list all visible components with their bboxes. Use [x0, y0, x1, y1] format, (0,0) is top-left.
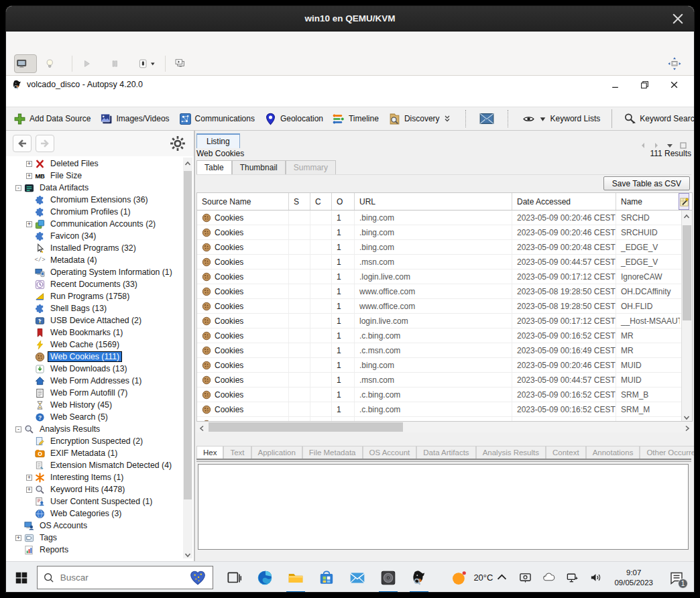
tree-item[interactable]: Web History (45) [11, 399, 183, 411]
tree-item[interactable]: Extension Mismatch Detected (4) [11, 459, 183, 471]
content-viewer-tab[interactable]: Hex [196, 446, 223, 459]
tree-item[interactable]: + Communication Accounts (2) [11, 218, 183, 230]
tree-scrollbar[interactable] [183, 158, 192, 558]
scroll-left-icon[interactable] [196, 422, 207, 432]
scroll-up-icon[interactable] [183, 158, 192, 167]
qemu-toolbar-button[interactable] [172, 54, 195, 73]
tree-item[interactable]: USB Device Attached (2) [11, 314, 183, 326]
forward-button[interactable] [36, 135, 54, 152]
fit-screen-icon[interactable] [663, 54, 686, 73]
tree-item[interactable]: Run Programs (1758) [11, 290, 183, 302]
taskbar-search[interactable] [37, 566, 214, 589]
tree-item[interactable]: </> Metadata (4) [11, 254, 183, 266]
scroll-right-icon[interactable] [682, 422, 693, 432]
table-row[interactable]: Cookies 1 .bing.com 2023-05-09 00:20:46 … [197, 211, 692, 225]
column-header[interactable]: Date Accessed [512, 193, 616, 210]
tab-list-icon[interactable] [666, 140, 674, 148]
tree-expander[interactable]: + [26, 173, 32, 179]
scrollbar-thumb[interactable] [184, 171, 192, 499]
view-subtab[interactable]: Summary [286, 160, 336, 174]
tree-item[interactable]: Chromium Extensions (36) [11, 194, 183, 206]
tree-expander[interactable]: + [26, 221, 32, 227]
onedrive-cloud-icon[interactable] [540, 569, 557, 587]
qemu-titlebar[interactable]: win10 en QEMU/KVM [6, 6, 694, 32]
scroll-down-icon[interactable] [682, 412, 691, 421]
tree-item[interactable]: + MB File Size [11, 170, 183, 182]
save-table-csv-button[interactable]: Save Table as CSV [603, 176, 690, 190]
network-icon[interactable] [563, 569, 581, 587]
tree-item[interactable]: + Interesting Items (1) [11, 471, 183, 483]
qemu-toolbar-button[interactable] [14, 54, 37, 73]
tree-item[interactable]: Web Cache (1569) [11, 339, 183, 351]
keyword-search-button[interactable]: Keyword Search [619, 110, 695, 128]
tree-item[interactable]: Encryption Suspected (2) [11, 435, 183, 447]
table-row[interactable]: Cookies 1 .bing.com 2023-05-09 00:20:46 … [197, 358, 692, 373]
column-header[interactable]: S [289, 193, 310, 210]
qemu-toolbar-button[interactable] [135, 54, 158, 73]
view-subtab[interactable]: Table [196, 160, 232, 174]
table-row[interactable]: Cookies 1 login.live.com 2023-05-09 00:1… [197, 314, 692, 328]
restore-button[interactable] [630, 76, 659, 93]
content-viewer-tab[interactable]: Other Occurrences [640, 446, 695, 459]
qemu-toolbar-button[interactable] [42, 54, 65, 73]
table-vertical-scrollbar[interactable] [681, 211, 692, 421]
table-settings-icon[interactable] [679, 193, 689, 210]
content-viewer-tab[interactable]: Application [251, 446, 302, 459]
table-row[interactable]: Cookies 1 [197, 417, 692, 422]
tray-expand-button[interactable] [493, 569, 510, 587]
tab-maximize-icon[interactable] [679, 140, 687, 148]
content-viewer-tab[interactable]: Context [546, 446, 586, 459]
table-row[interactable]: Cookies 1 .msn.com 2023-05-09 00:44:57 C… [197, 255, 692, 270]
tree-item[interactable]: User Content Suspected (1) [11, 495, 183, 507]
taskbar-app-button[interactable] [373, 562, 404, 593]
tree-item[interactable]: OS Accounts [11, 520, 183, 532]
splitter[interactable] [196, 459, 691, 463]
keyword-lists-button[interactable]: Keyword Lists [518, 110, 605, 128]
envelope-icon[interactable] [475, 110, 498, 127]
settings-button[interactable] [168, 135, 187, 152]
content-viewer-tab[interactable]: Text [223, 446, 251, 459]
tab-scroll-right-icon[interactable] [652, 140, 660, 148]
tree-item[interactable]: Web Downloads (13) [11, 363, 183, 375]
autopsy-toolbar-button[interactable]: Communications [174, 110, 259, 128]
tree-item[interactable]: Installed Programs (32) [11, 242, 183, 254]
tree-expander[interactable]: + [15, 535, 21, 541]
search-input[interactable] [60, 573, 184, 583]
table-row[interactable]: Cookies 1 .c.bing.com 2023-05-09 00:16:5… [197, 328, 692, 343]
tree-item[interactable]: Favicon (34) [11, 230, 183, 242]
tree-item[interactable]: Reports [11, 544, 183, 556]
table-row[interactable]: Cookies 1 .c.msn.com 2023-05-09 00:16:49… [197, 343, 692, 358]
view-subtab[interactable]: Thumbnail [232, 160, 286, 174]
tree-item[interactable]: - Data Artifacts [11, 182, 183, 194]
tree-item[interactable]: + Deleted Files [11, 158, 183, 170]
taskbar-app-button[interactable] [219, 562, 249, 593]
column-header[interactable]: C [310, 193, 332, 210]
scroll-up-icon[interactable] [682, 211, 691, 220]
autopsy-toolbar-button[interactable]: Timeline [328, 110, 384, 128]
tree-item[interactable]: Web Form Addresses (1) [11, 375, 183, 387]
table-row[interactable]: Cookies 1 .msn.com 2023-05-09 00:44:57 C… [197, 373, 692, 387]
tree-expander[interactable]: + [26, 475, 32, 481]
autopsy-toolbar-button[interactable]: Geolocation [259, 110, 328, 128]
tree-item[interactable]: - Analysis Results [11, 423, 183, 435]
tree-expander[interactable]: - [15, 185, 21, 191]
tree-item[interactable]: ? Web Search (5) [11, 411, 183, 423]
table-row[interactable]: Cookies 1 .bing.com 2023-05-09 00:20:46 … [197, 225, 692, 240]
table-row[interactable]: Cookies 1 .login.live.com 2023-05-09 00:… [197, 270, 692, 284]
content-viewer-tab[interactable]: Data Artifacts [416, 446, 475, 459]
qemu-toolbar-button[interactable] [79, 54, 102, 73]
autopsy-toolbar-button[interactable]: Add Data Source [9, 110, 95, 128]
taskbar-app-button[interactable] [249, 562, 280, 593]
tree-item[interactable]: Recent Documents (33) [11, 278, 183, 290]
tree-expander[interactable]: + [26, 161, 32, 167]
column-header[interactable]: URL [355, 193, 512, 210]
table-row[interactable]: Cookies 1 .c.bing.com 2023-05-09 00:16:5… [197, 387, 692, 402]
table-row[interactable]: Cookies 1 .bing.com 2023-05-09 00:20:48 … [197, 240, 692, 255]
volume-icon[interactable] [587, 569, 604, 587]
content-viewer-tab[interactable]: File Metadata [302, 446, 363, 459]
table-row[interactable]: Cookies 1 .c.bing.com 2023-05-09 00:16:5… [197, 402, 692, 417]
tree-item[interactable]: Shell Bags (13) [11, 302, 183, 314]
taskbar-app-button[interactable] [280, 562, 311, 593]
taskbar-app-button[interactable] [404, 562, 434, 593]
autopsy-toolbar-button[interactable]: Discovery [384, 110, 456, 128]
